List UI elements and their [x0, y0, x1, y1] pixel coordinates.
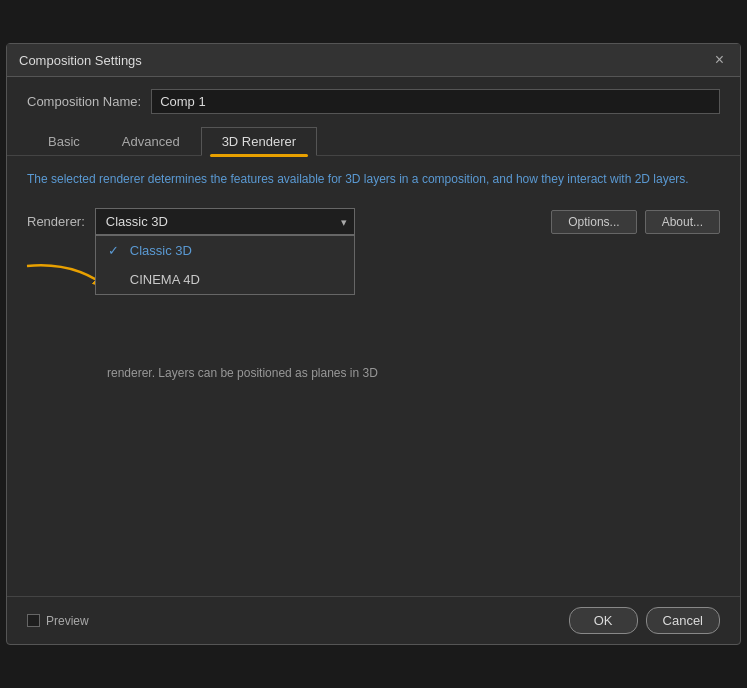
- dialog-title: Composition Settings: [19, 53, 142, 68]
- check-icon: ✓: [108, 243, 122, 258]
- ok-button[interactable]: OK: [569, 607, 638, 634]
- dropdown-item-cinema-4d[interactable]: CINEMA 4D: [96, 265, 354, 294]
- options-button[interactable]: Options...: [551, 210, 636, 234]
- composition-settings-dialog: Composition Settings × Composition Name:…: [6, 43, 741, 645]
- preview-label: Preview: [46, 614, 89, 628]
- renderer-select[interactable]: Classic 3D: [95, 208, 355, 235]
- renderer-buttons: Options... About...: [551, 210, 720, 234]
- about-button[interactable]: About...: [645, 210, 720, 234]
- tab-advanced[interactable]: Advanced: [101, 127, 201, 156]
- renderer-select-wrapper: Classic 3D ▾ ✓ Classic 3D CINEMA 4D: [95, 208, 355, 235]
- tab-basic[interactable]: Basic: [27, 127, 101, 156]
- info-text: The selected renderer determines the fea…: [27, 170, 720, 188]
- preview-checkbox[interactable]: [27, 614, 40, 627]
- tabs-row: Basic Advanced 3D Renderer: [7, 126, 740, 156]
- close-button[interactable]: ×: [711, 52, 728, 68]
- renderer-label: Renderer:: [27, 214, 85, 229]
- preview-row: Preview: [27, 614, 89, 628]
- tab-3d-renderer[interactable]: 3D Renderer: [201, 127, 317, 156]
- renderer-row: Renderer: Classic 3D ▾ ✓ Classic 3D CINE…: [27, 208, 720, 235]
- footer-buttons: OK Cancel: [569, 607, 720, 634]
- check-placeholder: [108, 272, 122, 287]
- renderer-dropdown-menu: ✓ Classic 3D CINEMA 4D: [95, 235, 355, 295]
- comp-name-label: Composition Name:: [27, 94, 141, 109]
- content-area: The selected renderer determines the fea…: [7, 156, 740, 596]
- comp-name-row: Composition Name:: [7, 77, 740, 126]
- comp-name-input[interactable]: [151, 89, 720, 114]
- dropdown-item-classic-3d[interactable]: ✓ Classic 3D: [96, 236, 354, 265]
- cancel-button[interactable]: Cancel: [646, 607, 720, 634]
- footer: Preview OK Cancel: [7, 596, 740, 644]
- renderer-description: renderer. Layers can be positioned as pl…: [27, 365, 720, 380]
- title-bar: Composition Settings ×: [7, 44, 740, 77]
